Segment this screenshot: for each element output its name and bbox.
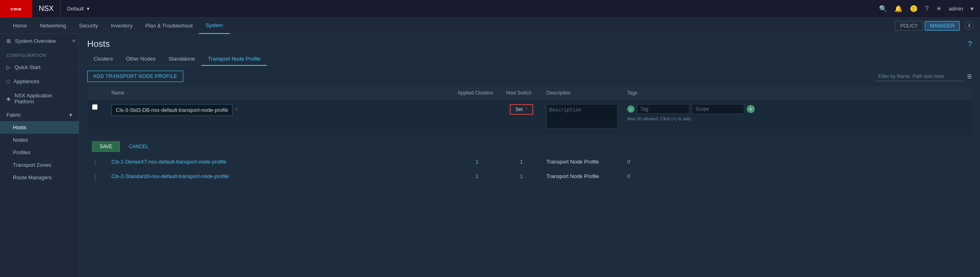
row1-host-switch-cell: 1 <box>501 155 542 170</box>
set-required-star: * <box>526 107 528 112</box>
edit-row-host-switch-cell: Set * <box>501 99 542 135</box>
filter-area: ☰ <box>875 72 972 81</box>
row1-name-link[interactable]: Cls-1-DenseX7-nsx-default-transport-node… <box>111 159 226 165</box>
sidebar-item-nsx-platform[interactable]: ◈ NSX Application Platform <box>0 88 79 109</box>
env-selector[interactable]: Default ▾ <box>61 6 96 12</box>
fabric-chevron-icon: ▾ <box>69 112 72 118</box>
sidebar-item-transport-zones[interactable]: Transport Zones <box>0 159 79 171</box>
tab-clusters[interactable]: Clusters <box>87 52 119 66</box>
tag-hint: Max 30 allowed. Click (+) to add. <box>627 116 967 121</box>
tag-input[interactable] <box>637 104 689 114</box>
appliances-icon: □ <box>6 78 10 84</box>
menu-item-plan[interactable]: Plan & Troubleshoot <box>139 18 199 34</box>
sidebar-item-hosts[interactable]: Hosts <box>0 121 79 134</box>
bell-icon[interactable]: 🔔 <box>894 5 903 13</box>
top-nav: vmw NSX Default ▾ 🔍 🔔 🙂 ? ☀ admin ▾ <box>0 0 980 18</box>
table-body: * Set * <box>87 99 972 185</box>
row1-dots-menu[interactable]: ⋮ <box>92 159 98 166</box>
nsx-platform-icon: ◈ <box>6 96 10 102</box>
row2-description-value: Transport Node Profile <box>547 173 599 179</box>
admin-chevron-icon[interactable]: ▾ <box>970 5 974 13</box>
row2-host-switch-cell: 1 <box>501 170 542 185</box>
brightness-icon[interactable]: ☀ <box>936 5 942 13</box>
tab-transport-node-profile[interactable]: Transport Node Profile <box>201 52 267 66</box>
col-header-tags: Tags <box>622 87 972 99</box>
page-title: Hosts <box>87 39 110 49</box>
cancel-button[interactable]: CANCEL <box>124 141 153 152</box>
row1-host-switch-value[interactable]: 1 <box>520 159 523 165</box>
menu-item-inventory[interactable]: Inventory <box>105 18 139 34</box>
sidebar-item-nodes[interactable]: Nodes <box>0 134 79 146</box>
menu-right: POLICY MANAGER ℹ <box>895 21 974 31</box>
policy-btn[interactable]: POLICY <box>895 21 923 31</box>
face-icon[interactable]: 🙂 <box>910 5 918 13</box>
tabs-bar: Clusters Other Nodes Standalone Transpor… <box>79 52 980 66</box>
add-transport-node-profile-button[interactable]: ADD TRANSPORT NODE PROFILE <box>87 71 183 82</box>
search-icon[interactable]: 🔍 <box>879 5 887 13</box>
row2-host-switch-value[interactable]: 1 <box>520 173 523 179</box>
table-row: ⋮ Cls-2-Standard3-nsx-default-transport-… <box>87 170 972 185</box>
row1-name-cell: Cls-1-DenseX7-nsx-default-transport-node… <box>107 155 453 170</box>
sidebar-item-route-managers[interactable]: Route Managers <box>0 171 79 184</box>
edit-row-clusters-cell <box>453 99 501 135</box>
filter-input[interactable] <box>875 72 964 81</box>
sidebar: « ⊞ System Overview Configuration ▷ Quic… <box>0 34 79 277</box>
menu-help-icon[interactable]: ℹ <box>965 21 974 30</box>
col-header-description: Description <box>542 87 622 99</box>
col-header-name: Name <box>107 87 453 99</box>
row1-clusters-cell: 1 <box>453 155 501 170</box>
tag-dot-icon: ○ <box>627 105 634 113</box>
row1-clusters-value[interactable]: 1 <box>475 159 478 165</box>
nsx-title: NSX <box>32 0 61 18</box>
quick-start-label: Quick Start <box>15 64 40 70</box>
filter-icon[interactable]: ☰ <box>967 73 972 80</box>
col-header-applied-clusters: Applied Clusters <box>453 87 501 99</box>
sidebar-item-quick-start[interactable]: ▷ Quick Start <box>0 60 79 74</box>
sidebar-item-system-overview[interactable]: ⊞ System Overview <box>0 34 79 48</box>
scope-input[interactable] <box>692 104 744 114</box>
nsx-platform-label: NSX Application Platform <box>15 92 72 105</box>
quick-start-icon: ▷ <box>6 64 10 70</box>
sidebar-item-profiles[interactable]: Profiles <box>0 146 79 159</box>
row1-tags-value: 0 <box>627 159 630 165</box>
menu-item-system[interactable]: System <box>199 18 229 34</box>
configuration-section-label: Configuration <box>0 48 79 60</box>
content-area: Hosts ? Clusters Other Nodes Standalone … <box>79 34 980 277</box>
col-header-checkbox <box>87 87 107 99</box>
edit-row-description-cell <box>542 99 622 135</box>
menu-item-security[interactable]: Security <box>73 18 105 34</box>
page-help-btn[interactable]: ? <box>968 40 972 48</box>
nav-right: 🔍 🔔 🙂 ? ☀ admin ▾ <box>879 5 980 13</box>
vmw-logo-text: vmw <box>10 6 21 11</box>
save-button[interactable]: SAVE <box>92 141 120 152</box>
row2-name-link[interactable]: Cls-2-Standard3-nsx-default-transport-no… <box>111 173 229 179</box>
menu-item-home[interactable]: Home <box>6 18 34 34</box>
appliances-label: Appliances <box>14 78 40 84</box>
env-name: Default <box>67 6 84 12</box>
toolbar: ADD TRANSPORT NODE PROFILE ☰ <box>79 71 980 87</box>
description-textarea[interactable] <box>547 104 618 128</box>
add-tag-button[interactable]: + <box>747 105 755 113</box>
help-icon[interactable]: ? <box>925 5 929 13</box>
row1-checkbox-cell: ⋮ <box>87 155 107 170</box>
sidebar-item-appliances[interactable]: □ Appliances <box>0 74 79 88</box>
table-container: Name Applied Clusters Host Switch Descri… <box>79 87 980 185</box>
set-host-switch-button[interactable]: Set * <box>510 104 533 115</box>
sidebar-fabric-header[interactable]: Fabric ▾ <box>0 109 79 121</box>
row2-tags-value: 0 <box>627 173 630 179</box>
row2-dots-menu[interactable]: ⋮ <box>92 174 98 180</box>
row2-clusters-value[interactable]: 1 <box>475 173 478 179</box>
tab-standalone[interactable]: Standalone <box>162 52 201 66</box>
tab-other-nodes[interactable]: Other Nodes <box>119 52 162 66</box>
edit-row-checkbox[interactable] <box>92 104 98 110</box>
tag-area: ○ + Max 30 allowed. Click (+) to add. <box>627 104 967 121</box>
edit-row-tags-cell: ○ + Max 30 allowed. Click (+) to add. <box>622 99 972 135</box>
manager-btn[interactable]: MANAGER <box>925 21 960 31</box>
edit-row-name-input[interactable] <box>111 104 232 116</box>
fabric-label: Fabric <box>6 112 21 118</box>
content-header: Hosts ? <box>79 34 980 52</box>
menu-item-networking[interactable]: Networking <box>34 18 73 34</box>
menu-bar: Home Networking Security Inventory Plan … <box>0 18 980 34</box>
sidebar-collapse-btn[interactable]: « <box>72 37 75 44</box>
row2-checkbox-cell: ⋮ <box>87 170 107 185</box>
